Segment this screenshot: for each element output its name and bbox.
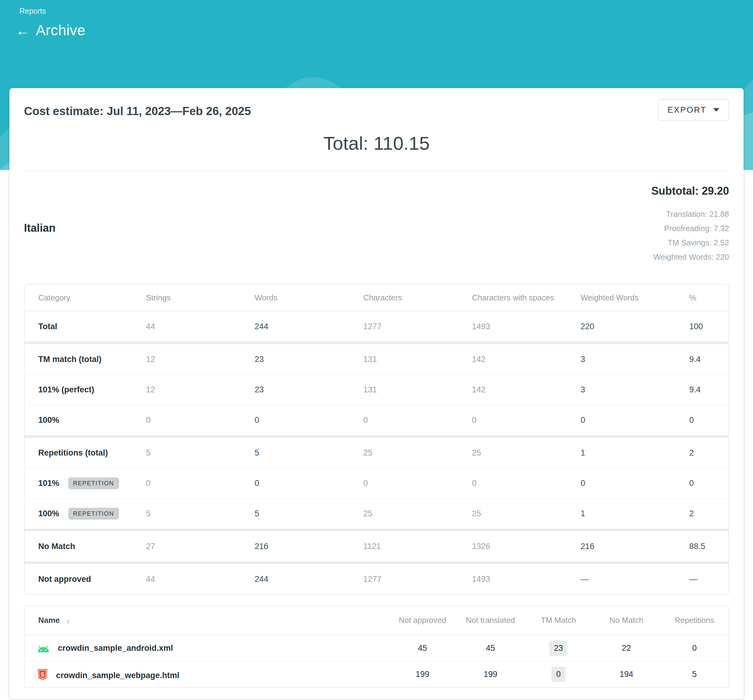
cell-percent: 0 <box>676 405 728 435</box>
cell-characters-spaces: 142 <box>458 375 567 405</box>
page-title: Archive <box>36 22 86 39</box>
cell-percent: 88.5 <box>676 531 728 561</box>
file-row-webpage: 5 crowdin_sample_webpage.html 199 199 0 … <box>25 661 728 687</box>
group-separator <box>25 435 728 438</box>
file-row-android: crowdin_sample_android.xml 45 45 23 22 0 <box>25 635 728 661</box>
cell-strings: 12 <box>133 344 241 375</box>
repetition-badge: REPETITION <box>68 477 119 489</box>
sort-descending-icon: ↓ <box>66 616 70 625</box>
files-table-header: Name ↓ Not approved Not translated TM Ma… <box>25 606 728 635</box>
row-label: Not approved <box>25 564 133 594</box>
file-link[interactable]: 5 crowdin_sample_webpage.html <box>25 661 388 687</box>
cell-characters: 25 <box>350 498 458 529</box>
col-name-sortable[interactable]: Name ↓ <box>25 606 388 635</box>
subtotal-amount: Subtotal: 29.20 <box>651 184 729 197</box>
cell-percent: 9.4 <box>676 375 728 405</box>
cell-weighted-words: 3 <box>567 344 676 375</box>
cell-characters: 0 <box>350 405 458 435</box>
cell-weighted-words: 1 <box>567 438 676 468</box>
cell-percent: 9.4 <box>676 344 728 375</box>
cell-words: 0 <box>241 468 350 498</box>
cell-characters-spaces: 142 <box>458 344 567 375</box>
row-label-with-badge: 101% REPETITION <box>25 468 133 498</box>
cell-not-translated: 45 <box>457 635 524 661</box>
category-table-header: Category Strings Words Characters Charac… <box>25 284 728 311</box>
cell-weighted-words: 0 <box>567 468 676 498</box>
cell-characters-spaces: 25 <box>458 438 567 468</box>
html5-icon: 5 <box>37 669 48 680</box>
cell-strings: 0 <box>133 468 241 498</box>
table-row-101-perfect: 101% (perfect) 12 23 131 142 3 9.4 <box>25 375 728 405</box>
col-strings: Strings <box>133 284 241 311</box>
cell-characters: 25 <box>350 438 458 468</box>
cost-estimate-card: Cost estimate: Jul 11, 2023—Feb 26, 2025… <box>9 88 744 699</box>
back-arrow-icon[interactable]: ← <box>16 23 30 38</box>
section-divider <box>24 171 729 171</box>
cell-percent: 0 <box>676 468 728 498</box>
files-table: Name ↓ Not approved Not translated TM Ma… <box>24 605 729 688</box>
table-row-total: Total 44 244 1277 1493 220 100 <box>25 311 728 342</box>
cell-characters: 131 <box>350 375 458 405</box>
table-row-101-repetition: 101% REPETITION 0 0 0 0 0 0 <box>25 468 728 498</box>
cell-weighted-words: — <box>567 564 676 594</box>
cell-words: 23 <box>241 344 350 375</box>
cell-tm-match: 0 <box>524 661 592 687</box>
cell-strings: 12 <box>133 375 241 405</box>
table-row-repetitions-total: Repetitions (total) 5 5 25 25 1 2 <box>25 438 728 468</box>
cell-weighted-words: 1 <box>567 498 676 529</box>
cell-strings: 27 <box>133 531 241 561</box>
group-separator <box>25 561 728 564</box>
cell-characters: 131 <box>350 344 458 375</box>
cell-not-approved: 45 <box>388 635 457 661</box>
row-label: 100% <box>38 509 59 518</box>
col-name-label: Name <box>38 616 60 625</box>
report-title: Cost estimate: Jul 11, 2023—Feb 26, 2025 <box>24 105 251 118</box>
group-separator <box>25 529 728 531</box>
cell-words: 0 <box>241 405 350 435</box>
cell-no-match: 194 <box>592 661 660 687</box>
table-row-no-match: No Match 27 216 1121 1326 216 88.5 <box>25 531 728 561</box>
chevron-down-icon <box>713 108 719 112</box>
cell-characters: 1277 <box>350 564 458 594</box>
cell-not-translated: 199 <box>457 661 524 687</box>
file-link[interactable]: crowdin_sample_android.xml <box>25 635 388 661</box>
cell-words: 5 <box>241 438 350 468</box>
cell-percent: 100 <box>676 311 728 342</box>
tm-match-badge: 0 <box>552 667 565 682</box>
col-words: Words <box>241 284 350 311</box>
cell-strings: 0 <box>133 405 241 435</box>
tm-savings: TM Savings: 2.52 <box>653 236 729 250</box>
cell-characters-spaces: 0 <box>458 468 567 498</box>
cell-percent: 2 <box>676 438 728 468</box>
cell-characters-spaces: 1493 <box>458 564 567 594</box>
col-repetitions: Repetitions <box>660 606 728 635</box>
repetition-badge: REPETITION <box>68 508 119 520</box>
cell-words: 5 <box>241 498 350 529</box>
export-button[interactable]: EXPORT <box>658 99 729 121</box>
tm-match-badge: 23 <box>549 641 567 656</box>
file-name: crowdin_sample_webpage.html <box>56 671 180 680</box>
row-label: 100% <box>25 405 133 435</box>
cell-repetitions: 5 <box>660 661 728 687</box>
translation-cost: Translation: 21.88 <box>653 207 729 221</box>
proofreading-cost: Proofreading: 7.32 <box>653 221 729 236</box>
file-name: crowdin_sample_android.xml <box>58 644 173 653</box>
table-row-tm-match: TM match (total) 12 23 131 142 3 9.4 <box>25 344 728 375</box>
cell-strings: 44 <box>133 564 241 594</box>
category-table: Category Strings Words Characters Charac… <box>24 284 729 595</box>
cell-repetitions: 0 <box>660 635 728 661</box>
cell-characters: 1277 <box>350 311 458 342</box>
col-category: Category <box>25 284 133 311</box>
breadcrumb-reports[interactable]: Reports <box>19 7 46 16</box>
cell-weighted-words: 216 <box>567 531 676 561</box>
total-amount: Total: 110.15 <box>9 133 744 154</box>
table-row-100-repetition: 100% REPETITION 5 5 25 25 1 2 <box>25 498 728 529</box>
cell-characters-spaces: 1493 <box>458 311 567 342</box>
cell-characters: 1121 <box>350 531 458 561</box>
cell-percent: 2 <box>676 498 728 529</box>
language-name: Italian <box>24 222 56 234</box>
col-percent: % <box>676 284 728 311</box>
col-not-translated: Not translated <box>457 606 524 635</box>
row-label: 101% <box>38 479 59 488</box>
row-label: 101% (perfect) <box>25 375 133 405</box>
